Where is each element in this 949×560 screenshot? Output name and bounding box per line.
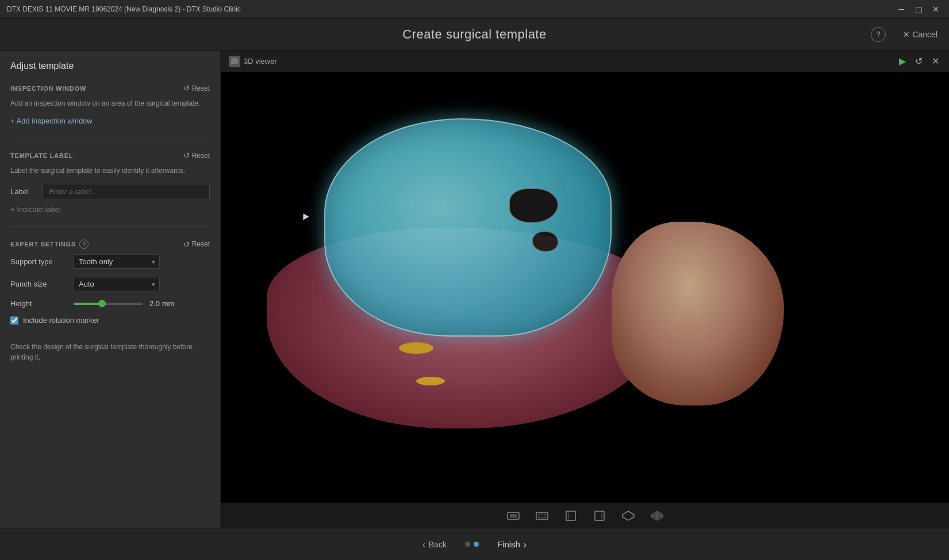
add-inspection-label: + Add inspection window xyxy=(10,117,93,125)
expert-settings-reset-button[interactable]: ↺ Reset xyxy=(183,240,210,249)
expert-help-button[interactable]: ? xyxy=(79,240,89,249)
viewer-bottom-toolbar xyxy=(221,503,949,528)
view-icon-2[interactable] xyxy=(532,507,552,524)
cancel-label: Cancel xyxy=(912,30,938,39)
main-header: Create surgical template ? ✕ Cancel xyxy=(0,18,949,51)
dental-model xyxy=(221,72,949,503)
bottom-note: Check the design of the surgical templat… xyxy=(10,342,210,362)
height-unit: mm xyxy=(162,299,175,308)
view-perspective-icon xyxy=(650,510,664,522)
height-slider[interactable] xyxy=(74,303,143,305)
template-hole-2 xyxy=(532,231,558,252)
titlebar-title: DTX DEXIS 11 MOVIE MR 19062024 (New Diag… xyxy=(7,5,241,13)
view-icon-6[interactable] xyxy=(647,507,667,524)
cursor-icon: ▶ xyxy=(899,56,906,66)
titlebar: DTX DEXIS 11 MOVIE MR 19062024 (New Diag… xyxy=(0,0,949,18)
support-type-select[interactable]: Tooth only Bone Mucosa xyxy=(74,254,160,269)
finish-button[interactable]: Finish › xyxy=(490,536,533,553)
label-input[interactable] xyxy=(43,184,210,199)
viewer-topbar: 3D viewer ▶ ↺ ✕ xyxy=(221,51,949,72)
viewer-icon xyxy=(229,56,240,67)
3d-viewer-icon xyxy=(230,57,239,65)
cursor-mode-button[interactable]: ▶ xyxy=(897,54,908,68)
minimize-button[interactable]: ─ xyxy=(895,3,908,16)
svg-rect-7 xyxy=(595,511,604,520)
expert-settings-header: EXPERT SETTINGS ? ↺ Reset xyxy=(10,240,210,249)
svg-rect-5 xyxy=(566,511,575,520)
view-left-icon xyxy=(564,510,578,522)
bottom-navigation: ‹ Back Finish › xyxy=(0,528,949,560)
dental-accent-2 xyxy=(416,377,445,385)
punch-size-row: Punch size Auto Small Medium Large xyxy=(10,277,210,291)
back-chevron-icon: ‹ xyxy=(422,540,425,549)
rotation-marker-checkbox[interactable] xyxy=(10,316,18,325)
template-label-reset-button[interactable]: ↺ Reset xyxy=(183,151,210,160)
template-label-desc: Label the surgical template to easily id… xyxy=(10,165,210,176)
view-icon-4[interactable] xyxy=(590,507,609,524)
view-front-icon xyxy=(506,510,520,522)
svg-rect-1 xyxy=(232,58,237,59)
viewer-label: 3D viewer xyxy=(229,56,277,67)
rotation-marker-row: Include rotation marker xyxy=(10,316,210,325)
svg-rect-0 xyxy=(231,59,238,64)
cancel-icon: ✕ xyxy=(903,30,910,39)
height-row: Height 2.0 mm xyxy=(10,299,210,308)
label-field-label: Label xyxy=(10,187,36,196)
template-label-section-label: TEMPLATE LABEL xyxy=(10,152,73,159)
support-type-label: Support type xyxy=(10,257,74,266)
view-icon-5[interactable] xyxy=(618,507,638,524)
cancel-button[interactable]: ✕ Cancel xyxy=(903,30,938,39)
step-dot-2 xyxy=(474,542,479,547)
template-hole-1 xyxy=(509,188,558,223)
viewer-controls: ▶ ↺ ✕ xyxy=(897,54,941,68)
punch-size-label: Punch size xyxy=(10,280,74,288)
inspection-window-label: INSPECTION WINDOW xyxy=(10,85,86,92)
help-button[interactable]: ? xyxy=(871,27,886,42)
viewer-area: 3D viewer ▶ ↺ ✕ xyxy=(221,51,949,528)
window-close-button[interactable]: ✕ xyxy=(929,3,942,16)
view-icon-3[interactable] xyxy=(561,507,581,524)
view-right-icon xyxy=(593,510,606,522)
right-molar xyxy=(612,222,784,405)
height-label: Height xyxy=(10,299,74,308)
dental-accent-1 xyxy=(399,342,433,354)
support-type-row: Support type Tooth only Bone Mucosa xyxy=(10,254,210,269)
template-label-header: TEMPLATE LABEL ↺ Reset xyxy=(10,151,210,160)
back-label: Back xyxy=(429,540,447,549)
maximize-button[interactable]: ▢ xyxy=(912,3,925,16)
template-reset-icon: ↺ xyxy=(183,151,190,160)
add-inspection-window-link[interactable]: + Add inspection window xyxy=(10,117,210,125)
surgical-template xyxy=(324,118,612,337)
indicate-label-link[interactable]: + Indicate label xyxy=(10,205,210,214)
viewer-close-button[interactable]: ✕ xyxy=(930,54,941,68)
punch-size-select[interactable]: Auto Small Medium Large xyxy=(74,277,160,291)
inspection-window-reset-button[interactable]: ↺ Reset xyxy=(183,84,210,92)
view-icon-1[interactable] xyxy=(504,507,523,524)
svg-rect-3 xyxy=(510,514,517,517)
sidebar-title: Adjust template xyxy=(10,61,210,71)
view-back-icon xyxy=(535,510,549,522)
support-type-select-wrapper: Tooth only Bone Mucosa xyxy=(74,254,160,269)
finish-label: Finish xyxy=(497,539,520,549)
sidebar: Adjust template INSPECTION WINDOW ↺ Rese… xyxy=(0,51,221,528)
label-row: Label xyxy=(10,184,210,199)
section-divider-1 xyxy=(10,138,210,138)
viewer-scene[interactable] xyxy=(221,72,949,503)
page-title: Create surgical template xyxy=(402,27,546,42)
reset-icon: ↺ xyxy=(183,84,190,92)
inspection-reset-label: Reset xyxy=(192,84,210,92)
titlebar-controls: ─ ▢ ✕ xyxy=(895,3,942,16)
step-dot-1 xyxy=(465,542,470,547)
rotate-icon: ↺ xyxy=(915,56,923,66)
expert-settings-label: EXPERT SETTINGS xyxy=(10,241,76,248)
viewer-close-icon: ✕ xyxy=(932,56,939,66)
step-dots xyxy=(465,542,479,547)
finish-chevron-icon: › xyxy=(524,539,527,549)
rotate-mode-button[interactable]: ↺ xyxy=(913,54,924,68)
view-top-icon xyxy=(621,510,635,522)
template-reset-label: Reset xyxy=(192,152,210,160)
inspection-window-desc: Add an inspection window on an area of t… xyxy=(10,98,210,109)
back-button[interactable]: ‹ Back xyxy=(416,536,454,553)
indicate-label-text: + Indicate label xyxy=(10,205,61,214)
rotation-marker-label: Include rotation marker xyxy=(23,316,99,325)
